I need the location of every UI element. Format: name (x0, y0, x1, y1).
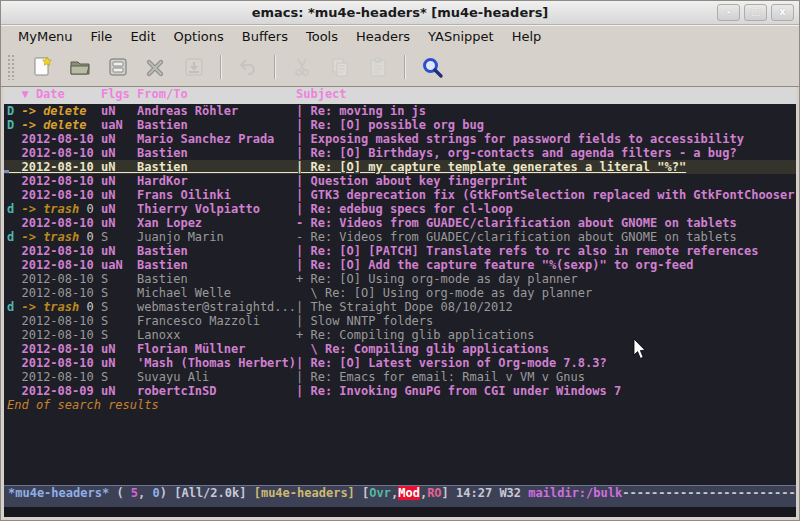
modeline-segment: Mod (398, 486, 420, 500)
modeline-segment: RO (427, 486, 441, 500)
message-row[interactable]: 2012-08-10 uN HardKor | Question about k… (4, 174, 796, 188)
message-row[interactable]: 2012-08-10 S Michael Welle \ Re: [O] Usi… (4, 286, 796, 300)
flags-cell: uN (101, 244, 137, 258)
date-cell: 2012-08-10 (21, 342, 100, 356)
from-cell: Frans Oilinki (137, 188, 296, 202)
pad (86, 118, 100, 132)
message-row[interactable]: d -> trash 0 S Juanjo Marin - Re: Videos… (4, 230, 796, 244)
date-cell: 2012-08-10 (21, 314, 100, 328)
modeline-segment: ( (109, 486, 131, 500)
date-cell: 2012-08-10 (21, 328, 100, 342)
save-icon[interactable] (104, 53, 132, 81)
menu-file[interactable]: File (82, 27, 122, 47)
toolbar-grip-handle[interactable] (7, 54, 14, 80)
close-buffer-icon[interactable] (142, 53, 170, 81)
mode-line[interactable]: *mu4e-headers* ( 5, 0) [All/2.0k] [mu4e-… (4, 485, 796, 507)
mark-target: -> trash (21, 230, 79, 244)
menu-mymenu[interactable]: MyMenu (9, 27, 82, 47)
search-icon[interactable] (418, 53, 446, 81)
subject-cell: \ Re: [O] Using org-mode as day planner (296, 286, 592, 300)
flags-cell: uN (101, 216, 137, 230)
menu-yasnippet[interactable]: YASnippet (419, 27, 503, 47)
mark-char (7, 132, 21, 146)
end-of-results-marker: End of search results (4, 398, 796, 412)
window-title: emacs: *mu4e-headers* [mu4e-headers] (252, 5, 549, 20)
toolbar (1, 48, 799, 87)
subject-cell: | Re: edebug specs for cl-loop (296, 202, 513, 216)
flags-cell: S (101, 314, 137, 328)
message-row[interactable]: 2012-08-10 S Suvayu Ali | Re: Emacs for … (4, 370, 796, 384)
subject-cell: | Re: Emacs for email: Rmail v VM v Gnus (296, 370, 585, 384)
date-cell: 2012-08-10 (21, 132, 100, 146)
message-row[interactable]: 2012-08-10 S Bastien + Re: [O] Using org… (4, 272, 796, 286)
menu-help[interactable]: Help (503, 27, 551, 47)
minimize-button[interactable]: - (717, 4, 740, 21)
message-row[interactable]: 2012-08-10 uN Xan Lopez - Re: Videos fro… (4, 216, 796, 230)
menu-options[interactable]: Options (165, 27, 233, 47)
close-button[interactable]: x (771, 4, 794, 21)
mu4e-headers-buffer: ▼ Date Flgs From/To Subject D -> delete … (4, 87, 796, 485)
mark-target-extra: 0 (79, 300, 93, 314)
mark-target-extra: 0 (79, 202, 93, 216)
message-row[interactable]: d -> trash 0 S webmaster@straightd...| T… (4, 300, 796, 314)
from-cell: Bastien (137, 244, 296, 258)
message-row[interactable]: 2012-08-10 S Lanoxx + Re: Compiling glib… (4, 328, 796, 342)
mark-char (7, 258, 21, 272)
subject-cell: - Re: Videos from GUADEC/clarification a… (296, 216, 737, 230)
subject-cell: + Re: Compiling glib applications (296, 328, 534, 342)
from-cell: Bastien (137, 146, 296, 160)
copy-icon (326, 53, 354, 81)
message-row[interactable]: 2012-08-10 uN Florian Müllner \ Re: Comp… (4, 342, 796, 356)
mark-target: -> trash (21, 202, 79, 216)
message-row[interactable]: 2012-08-10 uN 'Mash (Thomas Herbert)| Re… (4, 356, 796, 370)
menu-tools[interactable]: Tools (297, 27, 347, 47)
message-row[interactable]: 2012-08-10 uN Frans Oilinki | GTK3 depre… (4, 188, 796, 202)
menu-buffers[interactable]: Buffers (233, 27, 297, 47)
subject-cell: | Question about key fingerprint (296, 174, 527, 188)
modeline-segment: [mu4e-headers] (254, 486, 355, 500)
modeline-segment: Ovr (369, 486, 391, 500)
modeline-segment: 5 (131, 486, 138, 500)
subject-cell: | Re: [O] Birthdays, org-contacts and ag… (296, 146, 737, 160)
mark-target: -> delete (21, 104, 86, 118)
message-row[interactable]: 2012-08-10 uN Bastien | Re: [O] my captu… (4, 160, 796, 174)
modeline-segment: 0 (153, 486, 160, 500)
maximize-button[interactable]: □ (744, 4, 767, 21)
new-file-icon[interactable] (28, 53, 56, 81)
title-bar[interactable]: emacs: *mu4e-headers* [mu4e-headers] -□x (1, 1, 799, 25)
mark-char: d (7, 230, 21, 244)
message-row[interactable]: D -> delete uaN Bastien | Re: [O] possib… (4, 118, 796, 132)
headers-column-header[interactable]: ▼ Date Flgs From/To Subject (4, 87, 796, 104)
menu-edit[interactable]: Edit (121, 27, 164, 47)
message-row[interactable]: 2012-08-10 uN Bastien | Re: [O] [PATCH] … (4, 244, 796, 258)
toolbar-separator (404, 55, 406, 79)
message-row[interactable]: D -> delete uN Andreas Röhler | Re: movi… (4, 104, 796, 118)
mark-char: d (7, 300, 21, 314)
open-folder-icon[interactable] (66, 53, 94, 81)
message-row[interactable]: 2012-08-10 S Francesco Mazzoli | Slow NN… (4, 314, 796, 328)
message-row[interactable]: 2012-08-10 uN Bastien | Re: [O] Birthday… (4, 146, 796, 160)
message-row[interactable]: 2012-08-09 uN robertcInSD | Re: Invoking… (4, 384, 796, 398)
date-cell: 2012-08-10 (21, 146, 100, 160)
date-cell: 2012-08-10 (21, 160, 100, 174)
message-row[interactable]: 2012-08-10 uaN Bastien | Re: [O] Add the… (4, 258, 796, 272)
modeline-segment: maildir:/bulk (528, 486, 622, 500)
from-cell: HardKor (137, 174, 296, 188)
mark-char (7, 370, 21, 384)
mark-char (7, 356, 21, 370)
paste-icon (364, 53, 392, 81)
message-row[interactable]: d -> trash 0 uN Thierry Volpiatto | Re: … (4, 202, 796, 216)
subject-cell: | Re: [O] Add the capture feature "%(sex… (296, 258, 693, 272)
date-cell: 2012-08-10 (21, 258, 100, 272)
flags-cell: uN (101, 146, 137, 160)
from-cell: Bastien (137, 258, 296, 272)
mark-char (7, 244, 21, 258)
mark-char (7, 188, 21, 202)
mark-target: -> trash (21, 300, 79, 314)
date-cell: 2012-08-10 (21, 216, 100, 230)
menu-headers[interactable]: Headers (347, 27, 419, 47)
from-cell: Lanoxx (137, 328, 296, 342)
flags-cell: uN (101, 384, 137, 398)
message-row[interactable]: 2012-08-10 uN Mario Sanchez Prada | Expo… (4, 132, 796, 146)
subject-cell: | GTK3 deprecation fix (GtkFontSelection… (296, 188, 796, 202)
